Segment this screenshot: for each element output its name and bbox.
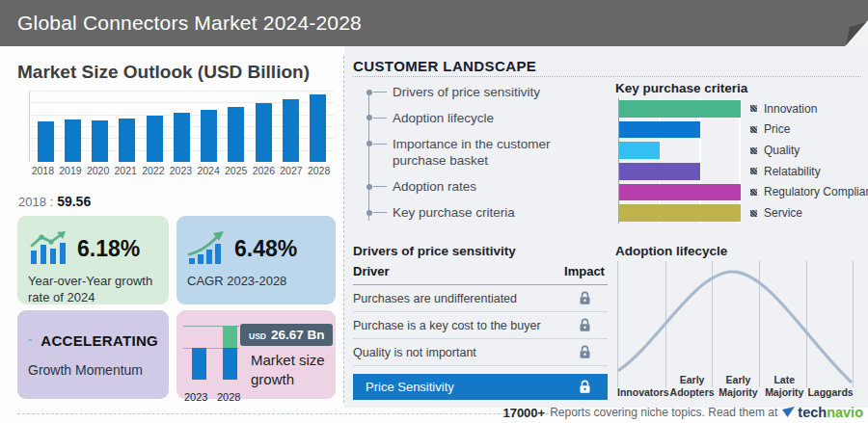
momentum-card: ACCELERATING Growth Momentum [17, 310, 169, 399]
key-purchase-criteria-title: Key purchase criteria [615, 81, 747, 95]
table-row: Quality is not important [353, 339, 608, 366]
price-sensitivity-table: Driver Impact Purchases are undifferenti… [353, 264, 608, 400]
list-item-label: Adoption rates [393, 179, 476, 194]
market-growth-card: 2023 2028 USD 26.67 Bn Market size growt… [176, 310, 336, 399]
market-bar-2024 [201, 110, 217, 162]
base-year-note: 2018 :59.56 [18, 194, 91, 209]
market-size-bars [30, 91, 334, 162]
customer-landscape-title: CUSTOMER LANDSCAPE [353, 58, 536, 74]
mini-bar-2023 [192, 348, 206, 380]
growth-value-badge: USD 26.67 Bn [240, 324, 333, 346]
list-item-label: Drivers of price sensitivity [393, 85, 540, 99]
criteria-bar-service [619, 204, 741, 222]
list-item: Importance in the customer purchase bask… [368, 136, 605, 171]
cagr-value: 6.48% [234, 236, 297, 262]
brand-tech: tech [798, 405, 827, 420]
connector-dash [373, 118, 387, 119]
base-year-value: 59.56 [57, 194, 91, 209]
x-tick-2024: 2024 [195, 165, 222, 176]
bullet-dot-icon [366, 184, 372, 190]
legend-swatch-icon [750, 126, 757, 133]
customer-landscape-list: Drivers of price sensitivityAdoption lif… [368, 84, 605, 230]
infographic-page: Global Connectors Market 2024-2028 Marke… [0, 0, 868, 423]
market-bar-2021 [119, 119, 135, 162]
criteria-bar-regulatory-compliance [619, 184, 741, 201]
market-bar-2020 [92, 120, 108, 162]
highlight-label: Price Sensitivity [366, 380, 454, 394]
lock-icon [561, 318, 608, 332]
cagr-card: 6.48% CAGR 2023-2028 [176, 216, 336, 304]
market-bar-2022 [147, 116, 163, 162]
lock-icon [561, 291, 608, 305]
key-purchase-criteria-chart [618, 98, 741, 224]
footer-text: Reports covering niche topics. Read them… [550, 406, 777, 419]
legend-swatch-icon [750, 105, 757, 112]
list-item-label: Importance in the customer purchase bask… [393, 137, 551, 169]
legend-item: Service [750, 206, 868, 220]
bullet-dot-icon [366, 115, 372, 120]
list-item: Key purchase criteria [368, 204, 605, 222]
legend-label: Innovation [764, 102, 817, 116]
market-bar-2023 [174, 113, 190, 162]
connector-dash [373, 186, 387, 187]
list-item-label: Key purchase criteria [393, 205, 515, 220]
x-tick-2018: 2018 [29, 165, 56, 176]
criteria-bar-innovation [619, 100, 741, 118]
x-tick-2021: 2021 [112, 165, 139, 176]
mini-xlabel-2028: 2028 [217, 391, 240, 403]
title-bar: Global Connectors Market 2024-2028 [0, 0, 868, 46]
x-tick-2019: 2019 [57, 165, 84, 176]
yoy-growth-label: Year-over-Year growth rate of 2024 [28, 274, 158, 305]
stat-cards: 6.18% Year-over-Year growth rate of 2024… [17, 216, 336, 399]
report-count: 17000+ [502, 406, 545, 420]
key-purchase-criteria-bars [619, 98, 741, 224]
lock-icon [561, 345, 608, 359]
legend-item: Price [750, 122, 868, 136]
legend-swatch-icon [750, 147, 757, 154]
mini-xlabel-2023: 2023 [184, 391, 207, 403]
technavio-logo-link[interactable]: technavio [782, 405, 863, 420]
market-bar-2025 [228, 107, 244, 162]
price-sensitivity-title: Drivers of price sensitivity [353, 244, 516, 258]
speedometer-icon [28, 326, 32, 355]
table-row: Purchase is a key cost to the buyer [353, 312, 608, 339]
x-tick-2025: 2025 [223, 165, 250, 176]
legend-item: Innovation [750, 102, 868, 116]
lock-icon [561, 380, 608, 394]
stage-label: Early Adopters [669, 374, 716, 398]
legend-swatch-icon [750, 210, 757, 217]
connector-dash [373, 212, 387, 213]
footer: 17000+ Reports covering niche topics. Re… [502, 405, 863, 420]
legend-swatch-icon [750, 189, 757, 196]
dotted-underline [353, 76, 861, 77]
x-tick-2022: 2022 [140, 165, 167, 176]
legend-item: Relatability [750, 165, 868, 178]
badge-value: 26.67 Bn [271, 328, 325, 342]
footer-dashed-line [17, 413, 554, 414]
corner-fold-decoration [824, 0, 868, 46]
list-item: Adoption rates [368, 178, 605, 196]
vertical-divider [343, 56, 344, 403]
bullet-dot-icon [366, 90, 372, 95]
bullet-dot-icon [366, 210, 372, 216]
connector-dash [373, 92, 387, 93]
driver-label: Purchase is a key cost to the buyer [353, 319, 541, 332]
x-tick-2020: 2020 [85, 165, 112, 176]
market-bar-2026 [256, 103, 272, 162]
criteria-bar-quality [619, 142, 660, 159]
list-item-label: Adoption lifecycle [393, 111, 494, 125]
adoption-lifecycle-title: Adoption lifecycle [615, 244, 727, 258]
brand-navio: navio [827, 405, 863, 420]
driver-label: Purchases are undifferentiated [353, 292, 517, 305]
mini-bar-2028-growth [223, 326, 237, 348]
page-title: Global Connectors Market 2024-2028 [0, 12, 362, 35]
momentum-label: Growth Momentum [28, 362, 158, 380]
market-bar-2019 [65, 119, 81, 163]
yoy-growth-value: 6.18% [77, 236, 140, 262]
x-tick-2028: 2028 [306, 165, 333, 176]
market-size-x-axis: 2018201920202021202220232024202520262027… [29, 165, 333, 176]
bar-chart-trend-icon [28, 231, 68, 266]
yoy-growth-card: 6.18% Year-over-Year growth rate of 2024 [17, 216, 169, 304]
legend-swatch-icon [750, 168, 757, 174]
mini-growth-chart: 2023 2028 [183, 322, 243, 389]
